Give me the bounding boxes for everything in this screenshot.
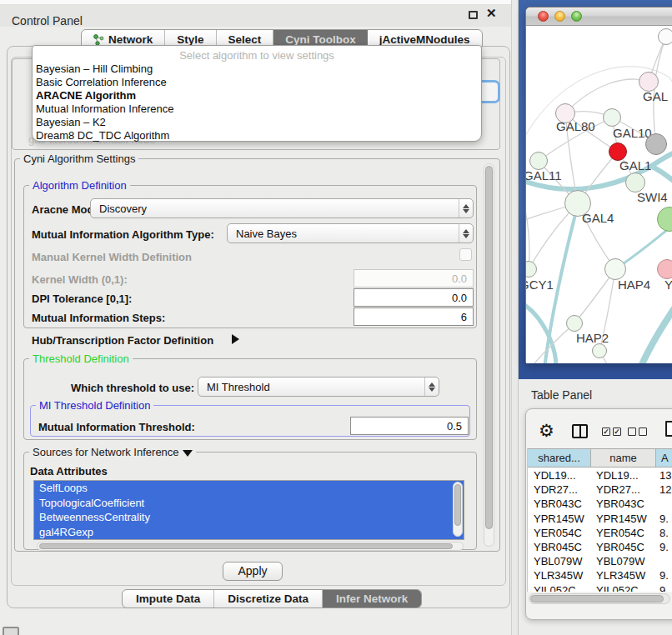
node-label: GAL1 [619,158,651,172]
table-row[interactable]: YDR27...YDR27...12 [528,482,672,497]
node-label: SWI4 [637,190,668,204]
mi-steps-label: Mutual Information Steps: [32,312,165,324]
mi-threshold-field[interactable]: 0.5 [350,417,469,435]
zoom-traffic-light-icon[interactable] [571,11,582,22]
table-row[interactable]: YIL052CYIL052C9 [528,583,672,592]
node[interactable] [658,28,672,45]
dropdown-item[interactable]: Dream8 DC_TDC Algorithm [36,129,478,142]
node-label: GAL4 [582,211,614,225]
attribute-item[interactable]: BetweennessCentrality [34,510,464,525]
column-header[interactable]: A [656,449,672,467]
control-panel-title: Control Panel [12,14,83,28]
table-cell [656,554,672,568]
column-header[interactable]: name [591,449,656,467]
expand-right-icon[interactable] [232,334,239,344]
node-label: HAP2 [576,331,609,345]
table-row[interactable]: YBR045CYBR045C9. [528,540,672,554]
table-cell [656,497,672,511]
table-cell: YDR27... [528,482,591,497]
table-cell: YPR145W [591,512,656,526]
combo-stepper-icon [424,378,439,396]
minimize-traffic-light-icon[interactable] [554,11,565,22]
checked-checkbox-icon[interactable]: ✓ [602,428,610,436]
node[interactable] [592,343,607,358]
tab-impute-data[interactable]: Impute Data [123,590,214,608]
table-row[interactable]: YBR043CYBR043C [528,497,672,511]
table-cell: YIL052C [591,583,656,592]
kernel-width-label: Kernel Width (0,1): [32,273,128,286]
bottom-tabbar: Impute DataDiscretize DataInfer Network [122,589,422,608]
which-threshold-label: Which threshold to use: [71,382,194,394]
table-cell: YBR045C [591,540,656,554]
mi-steps-field[interactable]: 6 [354,308,474,326]
mi-type-combo[interactable]: Naive Bayes [227,223,474,243]
table-row[interactable]: YPR145WYPR145W9. [528,512,672,526]
dropdown-item[interactable]: Bayesian – Hill Climbing [36,62,478,76]
manual-kernel-checkbox[interactable] [459,248,472,261]
unchecked-checkbox-icon[interactable] [628,428,636,436]
settings-scrollbar[interactable] [484,163,494,547]
column-header[interactable]: shared... [528,449,591,467]
table-row[interactable]: YER054CYER054C8. [528,526,672,540]
attributes-scrollbar[interactable] [453,482,463,537]
attributes-hscrollbar[interactable] [37,542,464,551]
close-icon[interactable]: ✕ [486,6,497,21]
dock-panel-icon[interactable] [3,627,19,635]
checked-checkbox-icon[interactable]: ✓ [613,428,621,436]
table-cell: YBR045C [528,540,591,554]
panel-divider[interactable] [511,0,519,635]
threshold-definition-title: Threshold Definition [29,352,133,365]
combo-stepper-icon [459,199,473,218]
node[interactable] [645,133,667,155]
kernel-width-field[interactable]: 0.0 [354,269,474,288]
attribute-item[interactable]: TopologicalCoefficient [34,496,464,511]
which-threshold-combo[interactable]: MI Threshold [198,377,439,397]
tab-discretize-data[interactable]: Discretize Data [214,590,323,608]
data-attributes-list[interactable]: SelfLoopsTopologicalCoefficientBetweenne… [33,480,464,540]
dropdown-item[interactable]: Bayesian – K2 [36,116,478,129]
table-panel-title: Table Panel [531,388,592,402]
aracne-mode-combo[interactable]: Discovery [90,198,474,218]
table-cell: 12 [656,482,672,497]
node-gal11[interactable] [529,152,548,170]
network-window-titlebar[interactable] [526,8,672,26]
table-cell: YER054C [528,526,591,540]
node-hap2[interactable] [566,315,583,332]
float-window-icon[interactable] [469,11,478,19]
dropdown-item[interactable]: Basic Correlation Inference [36,76,478,89]
dpi-tolerance-field[interactable]: 0.0 [354,288,474,307]
node-y[interactable] [657,259,672,279]
dropdown-item[interactable]: Mutual Information Inference [36,102,478,116]
table-row[interactable]: YDL19...YDL19...13 [528,468,672,482]
close-traffic-light-icon[interactable] [538,11,549,22]
document-icon[interactable] [665,421,672,437]
network-view-window[interactable]: GALGAL80GAL10GAL1GAL11SWI4GAL4GCY1HAP4YH… [525,7,672,362]
table-row[interactable]: YBL079WYBL079W [528,554,672,568]
apply-button[interactable]: Apply [223,562,283,581]
network-canvas[interactable]: GALGAL80GAL10GAL1GAL11SWI4GAL4GCY1HAP4YH… [526,26,672,363]
tab-label: jActiveMNodules [379,33,470,46]
sources-group-title: Sources for Network Inference [29,446,196,458]
columns-icon[interactable] [572,424,588,438]
network-tab-icon [93,34,104,46]
table-hscrollbar[interactable] [529,593,670,604]
tab-label: Network [108,33,153,46]
attribute-item[interactable]: SelfLoops [34,481,464,496]
unchecked-checkbox-icon[interactable] [639,428,647,436]
table-cell: YIL052C [528,583,591,592]
table-row[interactable]: YLR345WYLR345W9. [528,568,672,582]
attribute-item[interactable]: gal4RGexp [34,525,464,540]
gear-icon[interactable]: ⚙ [539,421,554,441]
table-cell: YPR145W [528,512,591,526]
table-cell: 9 [656,583,672,592]
table-cell: YBL079W [528,554,591,568]
dropdown-placeholder: Select algorithm to view settings [33,49,481,62]
table-body: YDL19...YDL19...13YDR27...YDR27...12YBR0… [528,468,672,592]
node-gal10[interactable] [603,108,621,127]
table-cell: YDR27... [591,482,656,497]
dropdown-item-list: Bayesian – Hill ClimbingBasic Correlatio… [36,62,478,143]
dropdown-item[interactable]: ARACNE Algorithm [36,89,478,102]
algorithm-definition-title: Algorithm Definition [29,179,130,192]
node-table[interactable]: shared...nameA YDL19...YDL19...13YDR27..… [527,448,672,592]
tab-infer-network[interactable]: Infer Network [323,590,421,608]
